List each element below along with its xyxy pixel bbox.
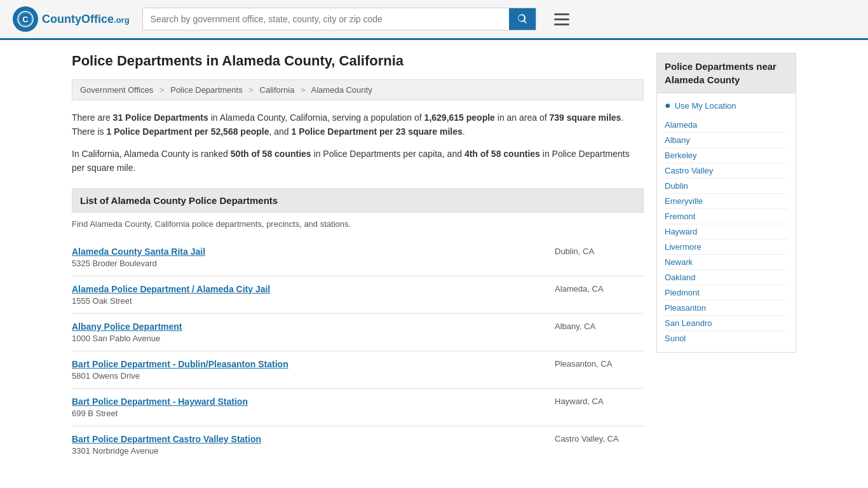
use-location-label: Use My Location <box>675 101 736 111</box>
list-header: List of Alameda County Police Department… <box>72 188 644 213</box>
department-city: Castro Valley, CA <box>542 434 644 444</box>
logo-text: CountyOffice.org <box>42 13 130 26</box>
department-item: Alameda Police Department / Alameda City… <box>72 276 644 314</box>
breadcrumb-link-alameda[interactable]: Alameda County <box>311 85 372 95</box>
info-paragraph-1: There are 31 Police Departments in Alame… <box>72 111 644 139</box>
breadcrumb-sep: > <box>301 85 306 95</box>
bold-count: 31 Police Departments <box>113 112 208 123</box>
department-address: 5325 Broder Boulevard <box>72 259 542 268</box>
sidebar-city-link[interactable]: Dublin <box>665 179 788 194</box>
breadcrumb-link-gov[interactable]: Government Offices <box>80 85 153 95</box>
info-paragraph-2: In California, Alameda County is ranked … <box>72 147 644 175</box>
sidebar-city-link[interactable]: Fremont <box>665 209 788 224</box>
search-button[interactable] <box>509 8 536 30</box>
department-item: Bart Police Department - Dublin/Pleasant… <box>72 351 644 389</box>
search-area <box>142 8 536 30</box>
menu-line <box>554 13 569 15</box>
logo-icon: C <box>13 6 38 32</box>
department-name[interactable]: Albany Police Department <box>72 322 542 332</box>
sidebar-body: ● Use My Location AlamedaAlbanyBerkeleyC… <box>656 93 796 353</box>
sidebar-title: Police Departments near Alameda County <box>656 53 796 93</box>
department-city: Pleasanton, CA <box>542 359 644 369</box>
department-city: Alameda, CA <box>542 284 644 294</box>
department-address: 699 B Street <box>72 409 542 418</box>
menu-line <box>554 18 569 20</box>
department-name[interactable]: Alameda County Santa Rita Jail <box>72 247 542 257</box>
department-city: Dublin, CA <box>542 247 644 256</box>
breadcrumb-sep: > <box>159 85 165 95</box>
sidebar-city-link[interactable]: Oakland <box>665 270 788 285</box>
search-input[interactable] <box>143 9 509 29</box>
sidebar-city-link[interactable]: Sunol <box>665 331 788 346</box>
sidebar-city-link[interactable]: Castro Valley <box>665 163 788 179</box>
site-header: C CountyOffice.org <box>0 0 868 40</box>
breadcrumb-link-police[interactable]: Police Departments <box>170 85 242 95</box>
sidebar-city-link[interactable]: Newark <box>665 255 788 270</box>
sidebar-city-link[interactable]: Emeryville <box>665 194 788 209</box>
breadcrumb: Government Offices > Police Departments … <box>72 79 644 100</box>
location-pin-icon: ● <box>665 100 671 111</box>
menu-line <box>554 24 569 25</box>
page-title: Police Departments in Alameda County, Ca… <box>72 53 644 69</box>
use-location-link[interactable]: ● Use My Location <box>665 100 788 111</box>
sidebar-city-link[interactable]: Albany <box>665 133 788 148</box>
logo-link[interactable]: C CountyOffice.org <box>13 6 130 32</box>
department-name[interactable]: Bart Police Department - Hayward Station <box>72 396 542 407</box>
bold-population: 1,629,615 people <box>424 112 495 123</box>
department-city: Hayward, CA <box>542 396 644 406</box>
bold-rank2: 4th of 58 counties <box>465 149 540 159</box>
department-address: 5801 Owens Drive <box>72 371 542 381</box>
department-city: Albany, CA <box>542 322 644 331</box>
list-description: Find Alameda County, California police d… <box>72 219 644 229</box>
department-item: Bart Police Department - Hayward Station… <box>72 389 644 426</box>
breadcrumb-link-california[interactable]: California <box>260 85 295 95</box>
content-area: Police Departments in Alameda County, Ca… <box>72 53 644 463</box>
main-content: Police Departments in Alameda County, Ca… <box>59 40 809 476</box>
department-list: Alameda County Santa Rita Jail 5325 Brod… <box>72 239 644 463</box>
bold-per-people: 1 Police Department per 52,568 people <box>106 126 269 137</box>
sidebar-city-link[interactable]: San Leandro <box>665 316 788 331</box>
bold-per-mile: 1 Police Department per 23 square miles <box>292 126 463 137</box>
department-address: 3301 Norbridge Avenue <box>72 446 542 456</box>
sidebar-city-link[interactable]: Hayward <box>665 224 788 240</box>
breadcrumb-sep: > <box>248 85 254 95</box>
department-address: 1555 Oak Street <box>72 296 542 306</box>
bold-rank1: 50th of 58 counties <box>231 149 311 159</box>
svg-text:C: C <box>22 15 29 24</box>
department-item: Albany Police Department 1000 San Pablo … <box>72 314 644 351</box>
department-item: Bart Police Department Castro Valley Sta… <box>72 426 644 463</box>
sidebar-city-link[interactable]: Alameda <box>665 118 788 133</box>
sidebar-links: AlamedaAlbanyBerkeleyCastro ValleyDublin… <box>665 118 788 346</box>
sidebar-city-link[interactable]: Berkeley <box>665 148 788 163</box>
department-address: 1000 San Pablo Avenue <box>72 334 542 343</box>
sidebar: Police Departments near Alameda County ●… <box>656 53 796 463</box>
department-name[interactable]: Alameda Police Department / Alameda City… <box>72 284 542 294</box>
department-item: Alameda County Santa Rita Jail 5325 Brod… <box>72 239 644 276</box>
sidebar-city-link[interactable]: Piedmont <box>665 285 788 301</box>
sidebar-city-link[interactable]: Pleasanton <box>665 301 788 316</box>
bold-area: 739 square miles <box>550 112 621 123</box>
department-name[interactable]: Bart Police Department Castro Valley Sta… <box>72 434 542 444</box>
department-name[interactable]: Bart Police Department - Dublin/Pleasant… <box>72 359 542 369</box>
menu-button[interactable] <box>549 11 574 28</box>
sidebar-city-link[interactable]: Livermore <box>665 240 788 255</box>
